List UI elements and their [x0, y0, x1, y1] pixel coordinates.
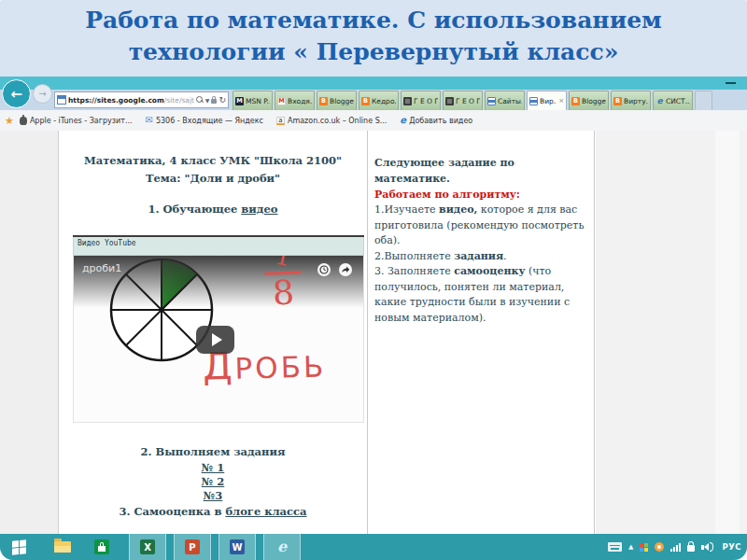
share-icon[interactable]: [339, 263, 352, 276]
video-link[interactable]: видео: [241, 203, 277, 216]
left-gutter: [0, 131, 59, 534]
step1-label: 1. Обучающее видео: [59, 203, 367, 216]
forward-icon: →: [38, 89, 46, 99]
word-button[interactable]: W: [218, 534, 256, 560]
gmail-icon: M: [277, 97, 286, 105]
network-icon[interactable]: [670, 543, 681, 552]
powerpoint-button[interactable]: P: [174, 534, 211, 560]
favorites-bar: ★ Apple - iTunes - Загрузит... ✉5306 - В…: [0, 110, 747, 132]
web-page-content: Математика, 4 класс УМК "Школа 2100" Тем…: [0, 131, 747, 534]
tab-strip: MMSN P... MВходя... BBlogge... BКедро...…: [233, 91, 740, 110]
video-title: дроби1: [82, 262, 121, 274]
lesson-topic: Тема: "Доли и дроби": [59, 172, 367, 185]
tab-virtu[interactable]: BВирту...: [611, 91, 651, 110]
system-tray: ▲ РУС: [608, 534, 741, 560]
video-player[interactable]: дроби1 1 8: [73, 256, 364, 423]
update-status-icon[interactable]: [655, 542, 664, 552]
taskbar: X P W e ▲ РУС: [0, 534, 747, 560]
youtube-gadget: Видео YouTube: [73, 235, 364, 423]
fraction-denominator: 8: [272, 273, 295, 312]
page-icon: [57, 95, 66, 105]
word-icon: W: [230, 539, 245, 554]
excel-icon: X: [140, 539, 155, 554]
page-title: Работа по математике. С использованием т…: [0, 5, 747, 68]
favorite-yandex-mail[interactable]: ✉5306 - Входящие — Яндекс: [146, 116, 263, 125]
refresh-icon[interactable]: ↻: [218, 96, 226, 105]
assignment-heading: Следующее задание по математике.: [374, 155, 585, 187]
window-title-bar: [0, 77, 747, 90]
excel-button[interactable]: X: [129, 534, 166, 560]
play-button[interactable]: [196, 326, 234, 354]
right-gutter: [596, 131, 747, 534]
chevron-up-icon[interactable]: ▲: [628, 543, 633, 551]
explorer-icon: [54, 541, 71, 553]
gadget-title: Видео YouTube: [73, 237, 364, 256]
task-link-3[interactable]: №3: [204, 489, 223, 502]
new-tab-button[interactable]: [695, 91, 712, 110]
play-icon: [212, 333, 222, 346]
store-icon: [94, 539, 109, 554]
lock-icon[interactable]: [687, 545, 695, 552]
lesson-heading: Математика, 4 класс УМК "Школа 2100": [59, 154, 367, 167]
favorite-add-video[interactable]: eДобавить видео: [400, 116, 472, 125]
class-blog-link[interactable]: блоге класса: [225, 505, 306, 518]
fraction-numerator: 1: [273, 256, 293, 272]
task-link-2[interactable]: № 2: [202, 475, 225, 488]
algorithm-item-2: 2.Выполняете задания.: [374, 249, 585, 265]
ie-icon: e: [277, 539, 287, 554]
task-link-1[interactable]: № 1: [202, 461, 225, 474]
language-indicator[interactable]: РУС: [722, 542, 741, 552]
lesson-column: Математика, 4 класс УМК "Школа 2100" Тем…: [59, 131, 368, 534]
tab-msn[interactable]: MMSN P...: [233, 91, 273, 110]
presentation-slide: Работа по математике. С использованием т…: [0, 0, 747, 560]
algorithm-heading: Работаем по алгоритму:: [374, 187, 585, 203]
fraction-annotation: 1 8: [257, 256, 309, 312]
start-button[interactable]: [0, 534, 37, 560]
back-button[interactable]: ←: [2, 79, 31, 108]
tab-sites[interactable]: Сайты...: [485, 91, 525, 110]
url-text[interactable]: https://sites.google.com/site/sajtsevcov…: [68, 96, 194, 105]
blogger-icon: B: [571, 97, 580, 105]
volume-icon[interactable]: [701, 542, 713, 552]
favorites-star-icon[interactable]: ★: [5, 115, 14, 127]
photo-icon: [403, 97, 412, 105]
tab-gmail[interactable]: MВходя...: [275, 91, 315, 110]
tab-geog-2[interactable]: Г Е О Г...: [443, 91, 483, 110]
tab-kedro[interactable]: BКедро...: [359, 91, 399, 110]
ie-icon: e: [400, 116, 406, 125]
windows-flag-icon[interactable]: [640, 543, 648, 552]
tab-blogger-2[interactable]: BBlogge...: [569, 91, 609, 110]
touch-keyboard-icon[interactable]: [608, 542, 622, 552]
watch-later-icon[interactable]: [317, 263, 331, 276]
msn-icon: M: [235, 97, 244, 105]
internet-explorer-button[interactable]: e: [263, 534, 301, 560]
task-links: № 1 № 2 №3: [59, 461, 367, 503]
search-icon[interactable]: [196, 96, 204, 104]
browser-window: ← → https://sites.google.com/site/sajtse…: [0, 77, 747, 534]
step2-label: 2. Выполняем задания: [59, 445, 367, 458]
lock-icon: [211, 99, 217, 104]
tab-sist[interactable]: eСИСТ...: [653, 91, 693, 110]
amazon-icon: a: [276, 117, 285, 125]
close-icon[interactable]: ×: [558, 97, 564, 105]
apple-icon: [20, 117, 27, 125]
title-line-2: технологии « Перевернутый класс»: [0, 36, 747, 68]
blogger-icon: B: [319, 97, 328, 105]
favorite-amazon[interactable]: aAmazon.co.uk – Online S...: [276, 117, 387, 125]
tab-active[interactable]: Вир...×: [527, 91, 567, 110]
minimize-icon[interactable]: [726, 82, 736, 84]
tab-geog-1[interactable]: Г Е О Г...: [401, 91, 441, 110]
sites-icon: [487, 97, 496, 105]
tab-blogger-1[interactable]: BBlogge...: [317, 91, 357, 110]
back-icon: ←: [10, 86, 22, 103]
step3-label: 3. Самооценка в блоге класса: [59, 505, 367, 518]
powerpoint-icon: P: [185, 539, 200, 554]
forward-button[interactable]: →: [33, 84, 52, 104]
address-bar[interactable]: https://sites.google.com/site/sajtsevcov…: [54, 91, 229, 108]
store-button[interactable]: [82, 534, 121, 560]
assignment-column: Следующее задание по математике. Работае…: [368, 131, 595, 534]
file-explorer-button[interactable]: [43, 534, 82, 560]
favorite-apple[interactable]: Apple - iTunes - Загрузит...: [20, 117, 133, 125]
title-line-1: Работа по математике. С использованием: [0, 5, 747, 36]
dropdown-icon[interactable]: ▼: [205, 97, 210, 104]
